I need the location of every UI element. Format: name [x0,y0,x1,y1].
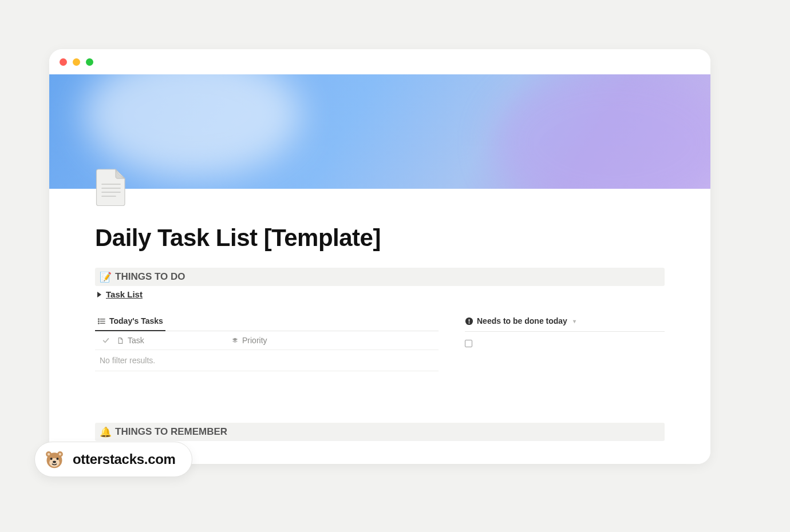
toggle-triangle-icon [97,292,101,297]
otter-logo-icon [44,449,65,470]
page-content: Daily Task List [Template] 📝 THINGS TO D… [49,189,710,464]
branding-text: otterstacks.com [73,451,176,467]
svg-point-14 [468,322,469,323]
table-header: Task Priority [95,331,439,350]
empty-results-text: No filter results. [95,350,439,371]
toggle-task-list[interactable]: Task List [95,286,665,303]
svg-point-22 [56,458,58,460]
svg-point-9 [98,323,100,324]
svg-marker-11 [232,340,238,343]
needs-today-header[interactable]: Needs to be done today ▾ [465,313,665,332]
section-heading-label: THINGS TO REMEMBER [115,426,227,438]
column-priority[interactable]: Priority [231,336,439,345]
page-cover[interactable] [49,74,710,189]
column-label: Priority [242,336,267,345]
list-icon [97,317,106,325]
branding-pill[interactable]: otterstacks.com [34,442,192,477]
needs-today-block: Needs to be done today ▾ [465,313,665,371]
svg-point-23 [53,461,56,463]
section-heading-label: THINGS TO DO [115,271,185,283]
svg-point-21 [50,458,53,460]
chevron-down-icon: ▾ [573,318,576,324]
memo-icon: 📝 [100,272,112,282]
page-title[interactable]: Daily Task List [Template] [95,189,665,252]
window-close-button[interactable] [60,58,67,66]
layers-icon [231,337,239,344]
app-window: Daily Task List [Template] 📝 THINGS TO D… [49,49,710,464]
toggle-label: Task List [106,289,143,299]
svg-point-18 [48,453,50,456]
task-database: Today's Tasks [95,313,439,371]
needs-today-label: Needs to be done today [477,316,567,325]
alert-circle-icon [465,317,473,325]
page-icon [117,337,124,344]
empty-todo-item[interactable] [465,340,665,347]
section-heading-remember[interactable]: 🔔 THINGS TO REMEMBER [95,423,665,441]
view-tab-label: Today's Tasks [109,316,163,325]
svg-point-8 [98,320,100,321]
view-tabs: Today's Tasks [95,313,439,331]
checkbox[interactable] [465,340,472,347]
checkmark-icon [102,336,110,344]
view-tab-todays-tasks[interactable]: Today's Tasks [95,313,165,331]
svg-rect-13 [469,319,470,321]
document-icon [95,167,128,206]
bell-icon: 🔔 [100,427,112,437]
column-done[interactable] [95,336,117,344]
section-heading-todo[interactable]: 📝 THINGS TO DO [95,268,665,286]
window-maximize-button[interactable] [86,58,93,66]
window-minimize-button[interactable] [73,58,80,66]
page-icon[interactable] [95,167,128,206]
svg-point-7 [98,319,100,320]
window-titlebar [49,49,710,74]
column-label: Task [128,336,144,345]
task-columns: Today's Tasks [95,313,665,371]
svg-point-19 [59,453,62,456]
column-task[interactable]: Task [117,336,231,345]
